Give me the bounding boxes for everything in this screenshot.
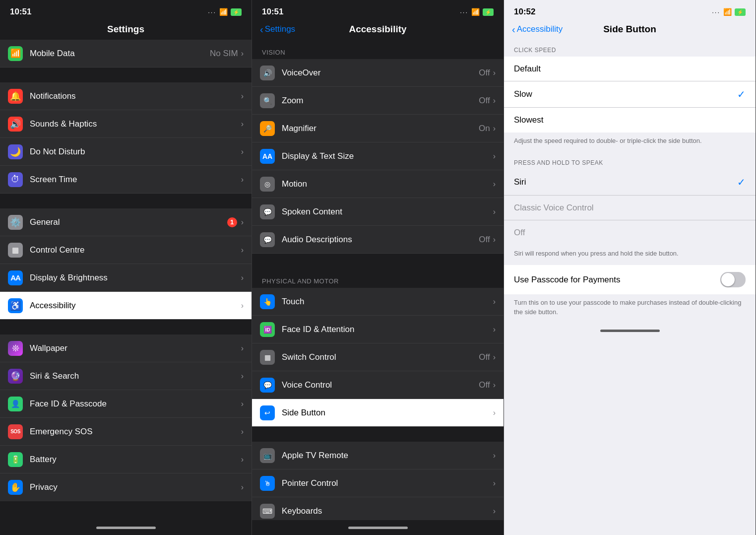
default-speed-row[interactable]: Default [504, 57, 756, 81]
switchcontrol-row[interactable]: ▦ Switch Control Off › [252, 343, 504, 371]
sidebutton-panel: 10:52 ··· 📶 ⚡ ‹ Accessibility Side Butto… [504, 0, 756, 535]
voicecontrol-value: Off [479, 380, 490, 390]
status-time-3: 10:52 [514, 7, 535, 17]
notifications-chevron: › [241, 92, 244, 101]
voicecontrol-row[interactable]: 💬 Voice Control Off › [252, 371, 504, 399]
slow-speed-check: ✓ [737, 88, 746, 100]
presshold-header: PRESS AND HOLD TO SPEAK [504, 152, 756, 169]
switchcontrol-value: Off [479, 352, 490, 362]
battery-row[interactable]: 🔋 Battery › [0, 446, 252, 473]
sidebutton-row[interactable]: ↩ Side Button › [252, 399, 504, 427]
back-button-2[interactable]: ‹ Settings [260, 24, 295, 34]
pointercontrol-row[interactable]: 🖱 Pointer Control › [252, 469, 504, 497]
mobile-data-row[interactable]: 📶 Mobile Data No SIM › [0, 40, 252, 67]
signal-icon-2: ··· [460, 8, 468, 16]
wallpaper-icon: ❊ [8, 341, 23, 356]
touch-chevron: › [493, 297, 496, 306]
zoom-row[interactable]: 🔍 Zoom Off › [252, 87, 504, 115]
voicecontrol-chevron: › [493, 381, 496, 390]
notifications-icon: 🔔 [8, 89, 23, 104]
status-icons-2: ··· 📶 ⚡ [460, 8, 494, 16]
privacy-label: Privacy [30, 482, 241, 492]
faceidatt-label: Face ID & Attention [282, 325, 493, 334]
appletvremote-row[interactable]: 📺 Apple TV Remote › [252, 442, 504, 469]
sos-label: Emergency SOS [30, 427, 241, 437]
back-chevron-3: ‹ [512, 24, 515, 34]
magnifier-icon: 🔎 [260, 121, 275, 136]
accessibility-row[interactable]: ♿ Accessibility › [0, 292, 252, 320]
faceidatt-row[interactable]: 🆔 Face ID & Attention › [252, 316, 504, 343]
passcode-row[interactable]: Use Passcode for Payments [504, 265, 756, 294]
accessibility-label: Accessibility [30, 301, 241, 311]
touch-icon: 👆 [260, 294, 275, 309]
spokencontent-label: Spoken Content [282, 207, 493, 217]
screentime-row[interactable]: ⏱ Screen Time › [0, 166, 252, 194]
switchcontrol-label: Switch Control [282, 352, 479, 362]
classicvc-label: Classic Voice Control [514, 203, 746, 213]
accessibility-icon: ♿ [8, 298, 23, 313]
battery-icon-2: ⚡ [483, 8, 494, 16]
separator-4 [252, 254, 504, 268]
accessibility-list: VISION 🔊 VoiceOver Off › 🔍 Zoom Off › 🔎 … [252, 40, 504, 520]
sos-row[interactable]: SOS Emergency SOS › [0, 418, 252, 446]
passcode-description: Turn this on to use your passcode to mak… [504, 294, 756, 323]
controlcentre-row[interactable]: ▦ Control Centre › [0, 236, 252, 264]
slowest-speed-row[interactable]: Slowest [504, 108, 756, 133]
audiodesc-icon: 💬 [260, 232, 275, 247]
siri-row-p3[interactable]: Siri ✓ [504, 169, 756, 196]
battery-icon-1: ⚡ [231, 8, 242, 16]
touch-row[interactable]: 👆 Touch › [252, 288, 504, 316]
faceidatt-chevron: › [493, 325, 496, 334]
passcode-toggle[interactable] [720, 272, 746, 287]
slow-speed-row[interactable]: Slow ✓ [504, 81, 756, 108]
magnifier-row[interactable]: 🔎 Magnifier On › [252, 115, 504, 142]
back-button-3[interactable]: ‹ Accessibility [512, 24, 563, 34]
voiceover-label: VoiceOver [282, 68, 479, 78]
classicvc-row[interactable]: Classic Voice Control [504, 196, 756, 220]
sounds-chevron: › [241, 120, 244, 129]
general-row[interactable]: ⚙️ General 1 › [0, 208, 252, 236]
dnd-row[interactable]: 🌙 Do Not Disturb › [0, 138, 252, 166]
status-time-2: 10:51 [262, 7, 283, 17]
nav-bar-1: Settings [0, 21, 252, 40]
controlcentre-chevron: › [241, 246, 244, 255]
display-row[interactable]: AA Display & Brightness › [0, 264, 252, 292]
battery-chevron: › [241, 455, 244, 464]
settings-title: Settings [107, 24, 144, 35]
displaytext-label: Display & Text Size [282, 151, 493, 161]
wifi-icon-2: 📶 [471, 8, 480, 16]
display-icon: AA [8, 270, 23, 285]
motion-row[interactable]: ◎ Motion › [252, 170, 504, 198]
sounds-row[interactable]: 🔊 Sounds & Haptics › [0, 110, 252, 138]
physicalmotor-header: PHYSICAL AND MOTOR [252, 268, 504, 288]
spokencontent-row[interactable]: 💬 Spoken Content › [252, 198, 504, 226]
audiodesc-row[interactable]: 💬 Audio Descriptions Off › [252, 226, 504, 254]
off-row-p3[interactable]: Off [504, 220, 756, 245]
presshold-description: Siri will respond when you press and hol… [504, 245, 756, 265]
wallpaper-row[interactable]: ❊ Wallpaper › [0, 334, 252, 362]
faceid-icon: 👤 [8, 397, 23, 411]
zoom-icon: 🔍 [260, 93, 275, 108]
home-bar-1 [96, 527, 156, 529]
settings-panel: 10:51 ··· 📶 ⚡ Settings 📶 Mobile Data No … [0, 0, 252, 535]
faceid-row[interactable]: 👤 Face ID & Passcode › [0, 390, 252, 418]
notifications-row[interactable]: 🔔 Notifications › [0, 82, 252, 110]
home-indicator-2 [252, 520, 504, 535]
privacy-row[interactable]: ✋ Privacy › [0, 473, 252, 501]
pointercontrol-label: Pointer Control [282, 478, 493, 488]
voiceover-row[interactable]: 🔊 VoiceOver Off › [252, 59, 504, 87]
voicecontrol-icon: 💬 [260, 378, 275, 393]
keyboards-row[interactable]: ⌨ Keyboards › [252, 497, 504, 520]
magnifier-value: On [479, 124, 490, 134]
displaytext-row[interactable]: AA Display & Text Size › [252, 142, 504, 170]
displaytext-chevron: › [493, 152, 496, 161]
audiodesc-value: Off [479, 235, 490, 245]
dnd-label: Do Not Disturb [30, 147, 241, 157]
off-label-p3: Off [514, 228, 746, 238]
home-bar-2 [348, 527, 408, 529]
siri-row[interactable]: 🔮 Siri & Search › [0, 362, 252, 390]
passcode-toggle-knob [721, 273, 735, 286]
faceidatt-icon: 🆔 [260, 322, 275, 337]
pointercontrol-icon: 🖱 [260, 476, 275, 491]
motion-chevron: › [493, 180, 496, 189]
